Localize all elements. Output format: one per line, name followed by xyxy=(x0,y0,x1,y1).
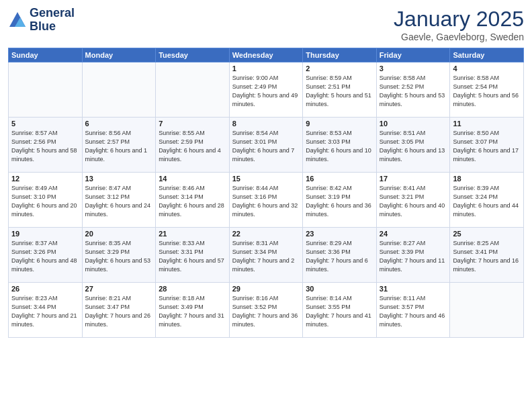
table-row: 2Sunrise: 8:59 AM Sunset: 2:51 PM Daylig… xyxy=(303,62,377,118)
page-container: General Blue January 2025 Gaevle, Gaevle… xyxy=(0,0,532,343)
table-row: 31Sunrise: 8:11 AM Sunset: 3:57 PM Dayli… xyxy=(376,283,450,338)
day-number: 9 xyxy=(306,120,373,128)
table-row: 27Sunrise: 8:21 AM Sunset: 3:47 PM Dayli… xyxy=(82,283,156,338)
table-row: 14Sunrise: 8:46 AM Sunset: 3:14 PM Dayli… xyxy=(156,173,230,228)
table-row xyxy=(9,62,83,118)
day-number: 19 xyxy=(11,230,79,238)
calendar-week-row: 5Sunrise: 8:57 AM Sunset: 2:56 PM Daylig… xyxy=(9,118,524,173)
day-info: Sunrise: 8:25 AM Sunset: 3:41 PM Dayligh… xyxy=(453,239,521,274)
table-row: 22Sunrise: 8:31 AM Sunset: 3:34 PM Dayli… xyxy=(229,228,303,283)
table-row: 19Sunrise: 8:37 AM Sunset: 3:26 PM Dayli… xyxy=(9,228,83,283)
day-number: 6 xyxy=(85,120,153,128)
day-number: 11 xyxy=(453,120,521,128)
day-number: 7 xyxy=(159,120,226,128)
day-number: 22 xyxy=(232,230,300,238)
table-row xyxy=(156,62,230,118)
day-info: Sunrise: 8:37 AM Sunset: 3:26 PM Dayligh… xyxy=(11,239,79,274)
table-row: 1Sunrise: 9:00 AM Sunset: 2:49 PM Daylig… xyxy=(229,62,303,118)
day-info: Sunrise: 8:51 AM Sunset: 3:05 PM Dayligh… xyxy=(380,129,447,164)
day-number: 12 xyxy=(11,175,79,183)
day-info: Sunrise: 8:31 AM Sunset: 3:34 PM Dayligh… xyxy=(232,239,300,274)
table-row: 25Sunrise: 8:25 AM Sunset: 3:41 PM Dayli… xyxy=(450,228,524,283)
day-info: Sunrise: 8:23 AM Sunset: 3:44 PM Dayligh… xyxy=(11,294,79,329)
logo: General Blue xyxy=(8,7,75,34)
day-number: 1 xyxy=(232,64,300,73)
day-number: 25 xyxy=(453,230,521,238)
table-row: 18Sunrise: 8:39 AM Sunset: 3:24 PM Dayli… xyxy=(450,173,524,228)
location-title: Gaevle, Gaevleborg, Sweden xyxy=(394,32,524,42)
table-row: 29Sunrise: 8:16 AM Sunset: 3:52 PM Dayli… xyxy=(229,283,303,338)
calendar-body: 1Sunrise: 9:00 AM Sunset: 2:49 PM Daylig… xyxy=(9,62,524,338)
day-info: Sunrise: 8:50 AM Sunset: 3:07 PM Dayligh… xyxy=(453,129,521,164)
table-row: 9Sunrise: 8:53 AM Sunset: 3:03 PM Daylig… xyxy=(303,118,377,173)
day-info: Sunrise: 8:29 AM Sunset: 3:36 PM Dayligh… xyxy=(306,239,373,274)
day-info: Sunrise: 8:21 AM Sunset: 3:47 PM Dayligh… xyxy=(85,294,153,329)
day-info: Sunrise: 8:46 AM Sunset: 3:14 PM Dayligh… xyxy=(159,184,226,219)
day-info: Sunrise: 8:55 AM Sunset: 2:59 PM Dayligh… xyxy=(159,129,226,164)
table-row: 11Sunrise: 8:50 AM Sunset: 3:07 PM Dayli… xyxy=(450,118,524,173)
table-row xyxy=(450,283,524,338)
col-monday: Monday xyxy=(82,48,156,62)
day-number: 23 xyxy=(306,230,373,238)
day-number: 24 xyxy=(380,230,447,238)
table-row: 8Sunrise: 8:54 AM Sunset: 3:01 PM Daylig… xyxy=(229,118,303,173)
calendar-header-row: Sunday Monday Tuesday Wednesday Thursday… xyxy=(9,48,524,62)
day-info: Sunrise: 8:59 AM Sunset: 2:51 PM Dayligh… xyxy=(306,74,373,109)
day-number: 15 xyxy=(232,175,300,183)
logo-icon xyxy=(8,11,27,30)
day-number: 31 xyxy=(380,285,447,293)
table-row: 30Sunrise: 8:14 AM Sunset: 3:55 PM Dayli… xyxy=(303,283,377,338)
logo-line1: General xyxy=(30,7,75,20)
day-number: 18 xyxy=(453,175,521,183)
calendar-week-row: 26Sunrise: 8:23 AM Sunset: 3:44 PM Dayli… xyxy=(9,283,524,338)
day-number: 16 xyxy=(306,175,373,183)
day-info: Sunrise: 8:49 AM Sunset: 3:10 PM Dayligh… xyxy=(11,184,79,219)
day-number: 10 xyxy=(380,120,447,128)
col-sunday: Sunday xyxy=(9,48,83,62)
table-row: 17Sunrise: 8:41 AM Sunset: 3:21 PM Dayli… xyxy=(376,173,450,228)
day-info: Sunrise: 8:57 AM Sunset: 2:56 PM Dayligh… xyxy=(11,129,79,164)
day-number: 26 xyxy=(11,285,79,293)
table-row: 12Sunrise: 8:49 AM Sunset: 3:10 PM Dayli… xyxy=(9,173,83,228)
day-info: Sunrise: 8:58 AM Sunset: 2:52 PM Dayligh… xyxy=(380,74,447,109)
table-row: 28Sunrise: 8:18 AM Sunset: 3:49 PM Dayli… xyxy=(156,283,230,338)
day-info: Sunrise: 8:18 AM Sunset: 3:49 PM Dayligh… xyxy=(159,294,226,329)
day-number: 27 xyxy=(85,285,153,293)
col-saturday: Saturday xyxy=(450,48,524,62)
table-row: 15Sunrise: 8:44 AM Sunset: 3:16 PM Dayli… xyxy=(229,173,303,228)
day-info: Sunrise: 9:00 AM Sunset: 2:49 PM Dayligh… xyxy=(232,74,300,109)
day-info: Sunrise: 8:53 AM Sunset: 3:03 PM Dayligh… xyxy=(306,129,373,164)
calendar-week-row: 12Sunrise: 8:49 AM Sunset: 3:10 PM Dayli… xyxy=(9,173,524,228)
day-info: Sunrise: 8:33 AM Sunset: 3:31 PM Dayligh… xyxy=(159,239,226,274)
table-row: 4Sunrise: 8:58 AM Sunset: 2:54 PM Daylig… xyxy=(450,62,524,118)
table-row: 16Sunrise: 8:42 AM Sunset: 3:19 PM Dayli… xyxy=(303,173,377,228)
calendar-week-row: 1Sunrise: 9:00 AM Sunset: 2:49 PM Daylig… xyxy=(9,62,524,118)
calendar-table: Sunday Monday Tuesday Wednesday Thursday… xyxy=(8,48,524,338)
day-number: 21 xyxy=(159,230,226,238)
day-number: 14 xyxy=(159,175,226,183)
table-row: 3Sunrise: 8:58 AM Sunset: 2:52 PM Daylig… xyxy=(376,62,450,118)
table-row: 21Sunrise: 8:33 AM Sunset: 3:31 PM Dayli… xyxy=(156,228,230,283)
header: General Blue January 2025 Gaevle, Gaevle… xyxy=(8,7,524,42)
day-info: Sunrise: 8:42 AM Sunset: 3:19 PM Dayligh… xyxy=(306,184,373,219)
col-friday: Friday xyxy=(376,48,450,62)
table-row xyxy=(82,62,156,118)
day-number: 8 xyxy=(232,120,300,128)
table-row: 6Sunrise: 8:56 AM Sunset: 2:57 PM Daylig… xyxy=(82,118,156,173)
day-number: 2 xyxy=(306,64,373,73)
day-number: 20 xyxy=(85,230,153,238)
table-row: 7Sunrise: 8:55 AM Sunset: 2:59 PM Daylig… xyxy=(156,118,230,173)
day-info: Sunrise: 8:14 AM Sunset: 3:55 PM Dayligh… xyxy=(306,294,373,329)
col-thursday: Thursday xyxy=(303,48,377,62)
day-number: 13 xyxy=(85,175,153,183)
day-info: Sunrise: 8:47 AM Sunset: 3:12 PM Dayligh… xyxy=(85,184,153,219)
day-number: 17 xyxy=(380,175,447,183)
day-number: 4 xyxy=(453,64,521,73)
day-info: Sunrise: 8:56 AM Sunset: 2:57 PM Dayligh… xyxy=(85,129,153,164)
table-row: 23Sunrise: 8:29 AM Sunset: 3:36 PM Dayli… xyxy=(303,228,377,283)
month-title: January 2025 xyxy=(394,7,524,32)
day-info: Sunrise: 8:58 AM Sunset: 2:54 PM Dayligh… xyxy=(453,74,521,109)
calendar-week-row: 19Sunrise: 8:37 AM Sunset: 3:26 PM Dayli… xyxy=(9,228,524,283)
day-info: Sunrise: 8:27 AM Sunset: 3:39 PM Dayligh… xyxy=(380,239,447,274)
day-info: Sunrise: 8:35 AM Sunset: 3:29 PM Dayligh… xyxy=(85,239,153,274)
